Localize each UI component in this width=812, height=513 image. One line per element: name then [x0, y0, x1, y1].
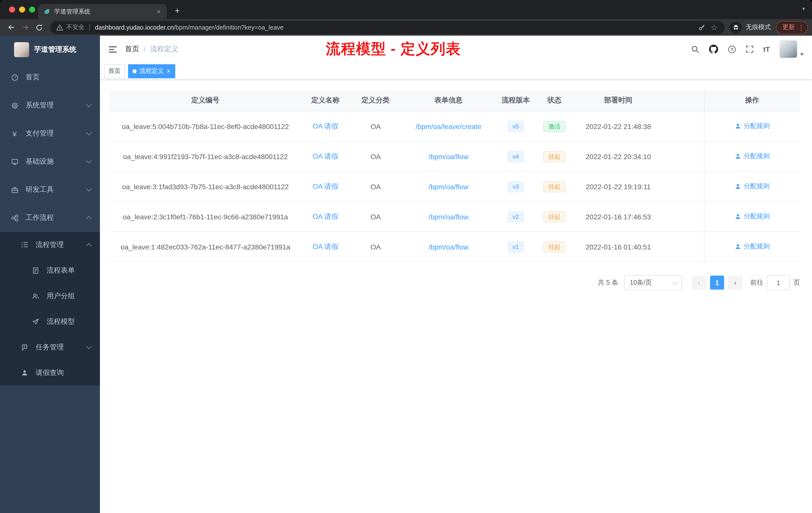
tag-process-definition[interactable]: 流程定义 × — [128, 64, 175, 78]
person-icon — [735, 153, 741, 160]
app-title: 芋道管理系统 — [34, 45, 76, 54]
sidebar-item-leave-query[interactable]: 请假查询 — [0, 360, 100, 386]
window-close-button[interactable] — [9, 6, 15, 12]
back-button[interactable] — [4, 21, 18, 34]
table-row: oa_leave:4:991f2193-7b7f-11ec-a3c8-acde4… — [110, 141, 800, 172]
browser-menu-icon[interactable]: ⋮ — [798, 23, 805, 31]
sidebar-item-label: 流程表单 — [47, 266, 75, 275]
sidebar-item-workflow[interactable]: 工作流程 — [0, 204, 100, 232]
breadcrumb-home[interactable]: 首页 — [125, 45, 139, 54]
sidebar-item-label: 首页 — [26, 73, 40, 82]
sidebar-item-label: 研发工具 — [26, 185, 54, 194]
search-icon[interactable] — [691, 45, 699, 54]
yen-icon: ¥ — [10, 129, 19, 138]
tab-search-chevron-icon[interactable]: ▾ — [802, 5, 805, 12]
breadcrumb-current: 流程定义 — [150, 45, 178, 54]
window-zoom-button[interactable] — [29, 6, 35, 12]
sidebar-logo: 芋道管理系统 — [0, 36, 100, 63]
url-path: /bpm/manager/definition?key=oa_leave — [174, 24, 284, 31]
definition-name-link[interactable]: OA 请假 — [313, 122, 339, 130]
assign-rule-button[interactable]: 分配规则 — [735, 122, 770, 131]
annotation-title: 流程模型 - 定义列表 — [326, 39, 461, 59]
incognito-label: 无痕模式 — [746, 23, 771, 32]
assign-rule-button[interactable]: 分配规则 — [735, 242, 770, 251]
form-link[interactable]: /bpm/oa/leave/create — [415, 122, 481, 130]
column-header: 定义分类 — [349, 90, 402, 111]
definition-id: oa_leave:1:482ec033-762a-11ec-8477-a2380… — [110, 232, 301, 262]
help-icon[interactable]: ? — [728, 45, 736, 54]
person-icon — [20, 369, 29, 376]
browser-tab[interactable]: 芋道管理系统 × — [38, 4, 167, 19]
page-size-select[interactable]: 10条/页 — [624, 275, 682, 290]
goto-page-input[interactable] — [767, 275, 790, 290]
fullscreen-icon[interactable] — [746, 45, 754, 53]
tags-view: 首页 流程定义 × — [100, 63, 812, 80]
sidebar-item-dev-tools[interactable]: 研发工具 — [0, 176, 100, 204]
sidebar-item-task-management[interactable]: 任务管理 — [0, 334, 100, 360]
new-tab-button[interactable]: + — [171, 4, 184, 18]
goto-label: 前往 — [750, 278, 763, 287]
security-indicator[interactable]: 不安全 — [56, 23, 84, 32]
app: 芋道管理系统 首页 系统管理 ¥ 支付管理 — [0, 36, 812, 513]
not-secure-warning-icon — [56, 24, 63, 31]
tag-close-icon[interactable]: × — [167, 68, 171, 74]
definition-name-link[interactable]: OA 请假 — [313, 242, 339, 250]
chevron-up-icon — [86, 243, 92, 249]
tag-home[interactable]: 首页 — [104, 64, 125, 78]
definition-category: OA — [349, 202, 402, 232]
font-size-icon[interactable]: tT — [763, 45, 770, 53]
version-badge: v5 — [508, 121, 524, 132]
page-number-button[interactable]: 1 — [710, 276, 724, 290]
forward-button[interactable] — [18, 21, 32, 34]
chevron-down-icon — [86, 130, 92, 135]
pagination-total: 共 5 条 — [598, 278, 618, 287]
sidebar-item-user-group[interactable]: 用户分组 — [0, 283, 100, 309]
chevron-down-icon — [86, 102, 92, 108]
table-row: oa_leave:1:482ec033-762a-11ec-8477-a2380… — [110, 232, 800, 262]
user-menu[interactable] — [779, 40, 804, 58]
form-link[interactable]: /bpm/oa/flow — [429, 213, 468, 221]
url-bar[interactable]: 不安全 dashboard.yudao.iocoder.cn/bpm/manag… — [50, 21, 725, 34]
form-link[interactable]: /bpm/oa/flow — [429, 182, 468, 190]
reload-button[interactable] — [32, 21, 46, 34]
document-icon — [31, 267, 40, 274]
sidebar-collapse-button[interactable] — [108, 44, 117, 54]
assign-rule-button[interactable]: 分配规则 — [735, 182, 770, 191]
definition-name-link[interactable]: OA 请假 — [313, 152, 339, 160]
avatar[interactable] — [779, 40, 798, 58]
tab-close-icon[interactable]: × — [155, 7, 163, 16]
tab-title: 芋道管理系统 — [54, 7, 155, 16]
sidebar-item-payment[interactable]: ¥ 支付管理 — [0, 119, 100, 148]
sidebar-item-home[interactable]: 首页 — [0, 63, 100, 91]
next-page-button[interactable]: › — [728, 276, 742, 290]
password-key-icon[interactable] — [698, 24, 705, 31]
column-header: 操作 — [704, 90, 800, 111]
sidebar-item-process-model[interactable]: 流程模型 — [0, 309, 100, 334]
form-link[interactable]: /bpm/oa/flow — [429, 243, 468, 251]
sidebar-item-system[interactable]: 系统管理 — [0, 91, 100, 119]
chrome-update-button[interactable]: 更新 ⋮ — [776, 21, 808, 34]
prev-page-button[interactable]: ‹ — [692, 276, 706, 290]
column-header: 定义编号 — [110, 90, 301, 111]
content: 定义编号 定义名称 定义分类 表单信息 流程版本 状态 部署时间 操作 oa_l — [100, 80, 812, 513]
version-badge: v3 — [508, 181, 524, 192]
github-icon[interactable] — [709, 45, 718, 54]
window-minimize-button[interactable] — [19, 6, 25, 12]
table-row: oa_leave:5:004b710b-7b8a-11ec-8ef0-acde4… — [110, 111, 800, 141]
assign-rule-button[interactable]: 分配规则 — [735, 152, 770, 161]
bookmark-star-icon[interactable]: ☆ — [711, 24, 718, 31]
deploy-time: 2022-01-22 21:48:38 — [573, 111, 704, 141]
person-icon — [735, 213, 741, 220]
security-label: 不安全 — [66, 23, 84, 32]
sidebar-item-process-management[interactable]: 流程管理 — [0, 232, 100, 258]
form-link[interactable]: /bpm/oa/flow — [429, 152, 468, 160]
sidebar-item-infrastructure[interactable]: 基础设施 — [0, 148, 100, 176]
assign-rule-button[interactable]: 分配规则 — [735, 212, 770, 221]
definition-name-link[interactable]: OA 请假 — [313, 212, 339, 220]
hamburger-icon — [108, 44, 117, 54]
tab-favicon — [43, 8, 50, 15]
chevron-up-icon — [86, 216, 92, 222]
sidebar-item-process-form[interactable]: 流程表单 — [0, 258, 100, 283]
definition-category: OA — [349, 232, 402, 262]
definition-name-link[interactable]: OA 请假 — [313, 182, 339, 190]
